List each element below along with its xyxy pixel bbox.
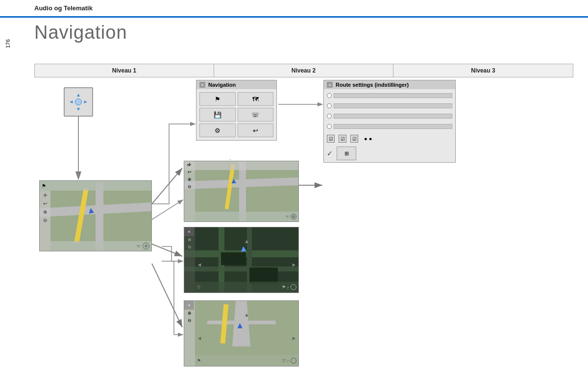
zoom-in-icon-l2t[interactable]: ⊕: [188, 177, 192, 182]
map-l2t-bottom-bar: ☜ ◎: [195, 212, 298, 221]
car-indicator-l1: ▲: [86, 205, 96, 217]
crosshair-icon-l2t[interactable]: ✛: [188, 162, 192, 167]
route-option-1[interactable]: [327, 91, 452, 100]
flag-icon-l2m: ⚑: [282, 285, 286, 290]
map-l2m-nav-right: ►: [290, 246, 298, 283]
zoom-in-icon-l2m[interactable]: ⊕: [188, 237, 192, 242]
zoom-in-icon[interactable]: ⊕: [43, 209, 47, 215]
radio-4[interactable]: [327, 124, 332, 129]
map-l2b-nav-left: ◄: [195, 319, 204, 356]
nav-item-settings[interactable]: ⚙: [199, 123, 236, 137]
compass-grid: ▲ ◄ ► ▼: [68, 91, 89, 113]
nav-item-phone[interactable]: ☏: [238, 108, 274, 122]
map-panel-level2-mid: ▲ × ▲ ◄ ► ⊕ ⊖ ▽ ⚑ ♪: [184, 227, 299, 293]
col-niveau3: Niveau 3: [393, 64, 573, 77]
car-indicator-l2b: ▲: [236, 320, 245, 331]
settings-icon: ⚙: [215, 127, 220, 134]
route-checkboxes-row: ☑ ☑ ☑ ● ●: [324, 133, 455, 145]
zoom-in-icon-l2b[interactable]: ⊕: [188, 311, 192, 316]
nav-popup-header: × Navigation: [196, 80, 276, 89]
checkbox-1[interactable]: ☑: [327, 135, 335, 143]
page-title: Navigation: [34, 22, 127, 43]
phone-icon: ☏: [251, 111, 259, 119]
confirm-icon[interactable]: ✓: [327, 149, 333, 157]
nav-item-map[interactable]: 🗺: [238, 92, 274, 106]
map-road-v1: [96, 181, 103, 251]
map-l1-left-icons: ✛ ↩ ⊕ ⊖: [40, 191, 50, 251]
map-l2m-nav-left: ◄: [195, 246, 204, 283]
turn-icon-l2t[interactable]: ↩: [188, 170, 192, 174]
turn-icon[interactable]: ↩: [43, 201, 47, 206]
compass-down: ▼: [76, 106, 81, 112]
tri-down-icon-l2b: ▽: [282, 358, 286, 363]
nav-popup-title: Navigation: [208, 82, 236, 88]
map-l2b-left-icons: ⊕ ⊖: [184, 301, 195, 366]
nav-popup: × Navigation ⚑ 🗺 💾 ☏ ⚙ ↩: [196, 80, 277, 141]
route-option-4[interactable]: [327, 122, 452, 131]
col-niveau2: Niveau 2: [214, 64, 393, 77]
flag-icon: ⚑: [215, 96, 220, 103]
map-l2b-close[interactable]: ×: [184, 301, 194, 310]
map-panel-level1: ▲ ⚑ ✛ ↩ ⊕ ⊖ ☜ ◎: [39, 180, 152, 251]
map-l2m-left-icons: ⊕ ⊖: [184, 227, 195, 293]
crosshair-icon[interactable]: ✛: [43, 193, 47, 198]
compass-up: ▲: [76, 92, 81, 98]
header-title: Audio og Telematik: [34, 4, 93, 12]
zoom-out-icon[interactable]: ⊖: [43, 218, 47, 223]
route-settings-close[interactable]: ×: [327, 82, 333, 88]
route-icon: ↩: [253, 127, 258, 134]
svg-line-4: [152, 264, 182, 327]
map-grid-icon[interactable]: ⊞: [337, 147, 356, 160]
map-l2b-nav-top: ▲: [195, 310, 298, 319]
route-option-2[interactable]: [327, 101, 452, 110]
svg-line-2: [152, 168, 182, 204]
route-line-1: [334, 93, 452, 98]
dark-block1: [221, 252, 246, 266]
checkbox-3[interactable]: ☑: [350, 135, 358, 143]
radio-1[interactable]: [327, 93, 332, 98]
zoom-out-icon-l2t[interactable]: ⊖: [188, 184, 192, 189]
tri-right-icon-bot[interactable]: ►: [292, 335, 297, 341]
col-niveau1: Niveau 1: [35, 64, 214, 77]
nav-item-flag[interactable]: ⚑: [199, 92, 236, 106]
map-l2t-top-bar: ⚑: [184, 161, 298, 170]
checkbox-2[interactable]: ☑: [339, 135, 346, 143]
nav-item-route[interactable]: ↩: [238, 123, 274, 137]
radio-2[interactable]: [327, 103, 332, 108]
compass-control[interactable]: ▲ ◄ ► ▼: [64, 87, 93, 117]
zoom-out-icon-l2b[interactable]: ⊖: [188, 318, 192, 323]
route-option-3[interactable]: [327, 112, 452, 121]
map-flag-icon: ⚑: [42, 183, 46, 189]
tri-up-icon[interactable]: ▲: [244, 238, 249, 244]
route-options: [324, 89, 455, 133]
tri-down-icon-bot: ▽: [197, 285, 200, 290]
nav-popup-grid: ⚑ 🗺 💾 ☏ ⚙ ↩: [196, 89, 276, 140]
map-l2t-left-icons: ✛ ↩ ⊕ ⊖: [184, 161, 195, 221]
page-number: 176: [5, 39, 11, 48]
nav-popup-close[interactable]: ×: [199, 82, 205, 88]
target-icon: ◎: [143, 243, 149, 249]
route-line-4: [334, 124, 452, 129]
music-icon-l2b: ♪: [287, 358, 290, 363]
map-l1-top-bar: ⚑: [40, 181, 151, 191]
route-line-2: [334, 103, 452, 108]
tri-left-icon-bot[interactable]: ◄: [197, 335, 202, 341]
nav-item-save[interactable]: 💾: [199, 108, 236, 122]
hand-icon: ☜: [136, 244, 141, 249]
zoom-out-icon-l2m[interactable]: ⊖: [188, 245, 192, 249]
route-line-3: [334, 114, 452, 119]
map-panel-level2-bot: ▲ × ▲ ◄ ► ⊕ ⊖ ⚑ ▽ ♪: [184, 300, 299, 367]
map-l2m-bottom-bar: ▽ ⚑ ♪: [195, 282, 298, 293]
route-settings-header: × Route settings (indstillinger): [324, 80, 455, 89]
tri-right-icon[interactable]: ►: [292, 262, 297, 268]
map-l2m-close[interactable]: ×: [184, 227, 194, 236]
music-icon-l2m: ♪: [287, 285, 290, 290]
save-icon: 💾: [214, 111, 221, 119]
svg-line-9: [152, 200, 183, 220]
tri-up-icon-bot[interactable]: ▲: [244, 312, 249, 318]
compass-center: [75, 98, 82, 105]
radio-3[interactable]: [327, 114, 332, 119]
tri-left-icon[interactable]: ◄: [197, 262, 202, 268]
route-bottom-row: ✓ ⊞: [324, 145, 455, 162]
route-settings-title: Route settings (indstillinger): [336, 82, 409, 88]
